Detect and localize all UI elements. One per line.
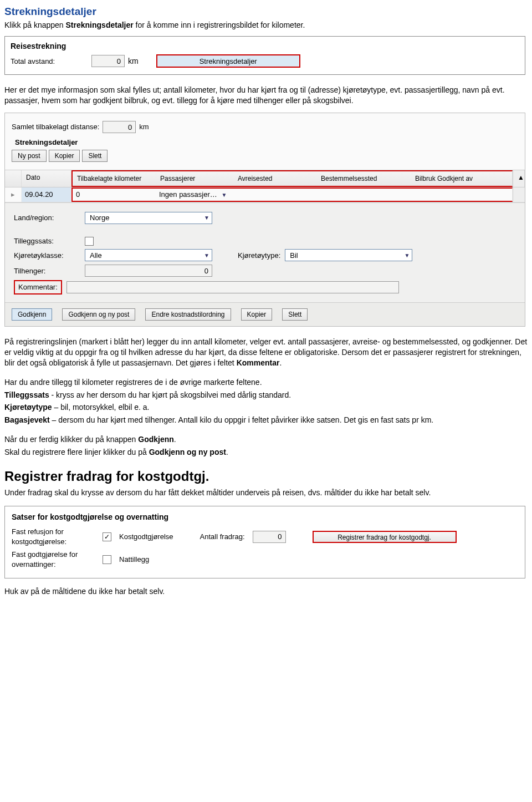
detail-form: Land/region: Norge ▼ Tilleggssats: Kjøre… (5, 202, 525, 302)
antall-fradrag-input[interactable] (253, 531, 286, 543)
col-date-header: Dato (22, 170, 71, 187)
section2-intro: Under fradrag skal du krysse av dersom d… (4, 488, 528, 498)
chevron-down-icon: ▼ (221, 192, 227, 198)
p3-l1-bold: Godkjenn (138, 435, 174, 444)
tilleggssats-checkbox[interactable] (85, 237, 94, 246)
type-value: Bil (290, 251, 298, 261)
intro-suffix: for å komme inn i registreringsbildet fo… (134, 21, 305, 29)
p3-l2-post: . (226, 448, 228, 456)
row-pass-cell[interactable]: Ingen passasjer… ▼ (159, 190, 237, 200)
panel2-footer: Godkjenn Godkjenn og ny post Endre kostn… (5, 302, 525, 326)
section2-title: Registrer fradrag for kostgodtgj. (4, 468, 528, 485)
satser-panel: Satser for kostgodtgjørelse og overnatti… (4, 506, 525, 578)
kommentar-label: Kommentar: (14, 280, 62, 295)
scrollbar-track[interactable] (513, 187, 525, 202)
intro-prefix: Klikk på knappen (4, 21, 66, 29)
klasse-dropdown[interactable]: Alle ▼ (85, 249, 212, 261)
satser-title: Satser for kostgodtgjørelse og overnatti… (12, 512, 518, 522)
p2-l3-rest: – bil, motorsykkel, elbil e. a. (52, 403, 150, 412)
col-bil-header: Bilbruk Godkjent av (415, 174, 498, 183)
p3-l2-pre: Skal du registrere flere linjer klikker … (4, 448, 149, 456)
strekningsdetaljer-section-title: Strekningsdetaljer (15, 138, 518, 148)
type-label: Kjøretøytype: (238, 251, 280, 261)
body-p1-bold: Kommentar (237, 358, 280, 367)
ny-post-button[interactable]: Ny post (12, 150, 47, 162)
samlet-distanse-input[interactable] (103, 121, 136, 133)
godkjenn-button[interactable]: Godkjenn (12, 308, 52, 321)
row-km-cell[interactable]: 0 (76, 190, 159, 200)
nattillegg-checkbox[interactable] (103, 555, 111, 564)
page-title: Strekningsdetaljer (4, 4, 528, 19)
reisestrekning-title: Reisestrekning (11, 41, 519, 52)
col-km-header: Tilbakelagte kilometer (77, 174, 160, 183)
body-p1: På registreringslinjen (markert i blått … (4, 337, 528, 368)
endre-kostnad-button[interactable]: Endre kostnadstilordning (145, 308, 231, 321)
slett-button-footer[interactable]: Slett (282, 308, 308, 321)
row-date-cell[interactable]: 09.04.20 (22, 187, 71, 202)
land-dropdown[interactable]: Norge ▼ (85, 212, 212, 224)
intro-bold: Strekningsdetaljer (66, 21, 134, 29)
kostgodtgj-checkbox[interactable] (103, 532, 111, 541)
samlet-distanse-unit: km (139, 122, 149, 132)
strekningsdetaljer-panel: Samlet tilbakelagt distanse: km Streknin… (4, 113, 525, 327)
table-row[interactable]: ▸ 09.04.20 0 Ingen passasjer… ▼ (5, 187, 525, 202)
body-p3-l2: Skal du registrere flere linjer klikker … (4, 447, 528, 458)
body-p2-l1: Har du andre tillegg til kilometer regis… (4, 377, 528, 388)
grid-header: Dato Tilbakelagte kilometer Passasjerer … (5, 170, 525, 187)
body-p3-l1: Når du er ferdig klikker du på knappen G… (4, 434, 528, 445)
row-pass-text: Ingen passasjer… (159, 190, 217, 199)
p2-l4-rest: – dersom du har kjørt med tilhenger. Ant… (50, 415, 434, 424)
p3-l1-post: . (174, 435, 176, 444)
samlet-distanse-label: Samlet tilbakelagt distanse: (12, 122, 99, 132)
nattillegg-cblabel: Nattillegg (119, 555, 149, 565)
col-avr-header: Avreisested (238, 174, 321, 183)
strekningsdetaljer-button[interactable]: Strekningsdetaljer (156, 54, 300, 68)
slett-button[interactable]: Slett (82, 150, 108, 162)
body-p1-suffix: . (279, 358, 282, 367)
p2-l2-rest: - kryss av her dersom du har kjørt på sk… (49, 390, 291, 399)
p2-l4-bold: Bagasjevekt (4, 415, 50, 424)
tilhenger-label: Tilhenger: (14, 266, 80, 276)
body-p2-l3: Kjøretøytype – bil, motorsykkel, elbil e… (4, 402, 528, 413)
p3-l1-pre: Når du er ferdig klikker du på knappen (4, 435, 138, 444)
chevron-down-icon: ▼ (204, 252, 209, 260)
p2-l3-bold: Kjøretøytype (4, 403, 52, 412)
tilleggssats-label: Tilleggssats: (14, 236, 80, 246)
total-avstand-label: Total avstand: (11, 57, 88, 67)
kostgodtgj-cblabel: Kostgodtgjørelse (119, 532, 173, 542)
land-label: Land/region: (14, 213, 80, 223)
col-star (5, 170, 22, 187)
klasse-value: Alle (90, 251, 102, 261)
reisestrekning-panel: Reisestrekning Total avstand: km Strekni… (4, 36, 525, 75)
total-avstand-unit: km (128, 56, 139, 67)
total-avstand-input[interactable] (91, 55, 125, 67)
para-between: Her er det mye informasjon som skal fyll… (4, 85, 528, 106)
tilhenger-input[interactable] (85, 265, 212, 277)
fast-overnatting-label: Fast godtgjørelse for overnattinger: (12, 550, 95, 569)
intro-text: Klikk på knappen Strekningsdetaljer for … (4, 20, 528, 31)
kommentar-input[interactable] (66, 281, 399, 293)
fast-refusjon-label: Fast refusjon for kostgodtgjørelse: (12, 527, 95, 546)
p3-l2-bold: Godkjenn og ny post (149, 448, 226, 456)
col-best-header: Bestemmelsessted (321, 174, 415, 183)
footer-text: Huk av på de måltidene du ikke har betal… (4, 586, 528, 597)
chevron-down-icon: ▼ (204, 214, 209, 222)
land-value: Norge (90, 213, 109, 223)
kopier-button[interactable]: Kopier (49, 150, 80, 162)
type-dropdown[interactable]: Bil ▼ (285, 249, 412, 261)
chevron-down-icon: ▼ (404, 252, 410, 260)
col-pass-header: Passasjerer (160, 174, 238, 183)
godkjenn-ny-post-button[interactable]: Godkjenn og ny post (62, 308, 135, 321)
body-p2-l2: Tilleggssats - kryss av her dersom du ha… (4, 390, 528, 400)
body-p2-l4: Bagasjevekt – dersom du har kjørt med ti… (4, 415, 528, 425)
antall-fradrag-label: Antall fradrag: (200, 532, 245, 542)
kopier-button-footer[interactable]: Kopier (241, 308, 273, 321)
scrollbar-top[interactable]: ▲ (513, 170, 525, 187)
registrer-fradrag-button[interactable]: Registrer fradrag for kostgodtgj. (313, 531, 457, 543)
klasse-label: Kjøretøyklasse: (14, 251, 80, 261)
row-expand-icon[interactable]: ▸ (5, 187, 22, 202)
p2-l2-bold: Tilleggssats (4, 390, 49, 399)
